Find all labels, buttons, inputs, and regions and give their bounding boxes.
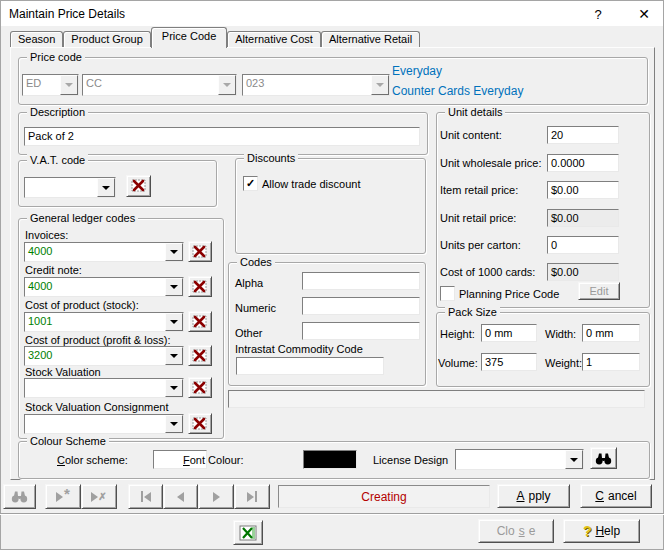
unit-content-label: Unit content:	[440, 129, 502, 141]
description-input[interactable]: Pack of 2	[24, 127, 420, 146]
intrastat-input[interactable]	[236, 357, 384, 375]
title-bar: Maintain Price Details ? ✕	[1, 1, 663, 26]
other-label: Other	[235, 327, 263, 339]
clear-invoices-button[interactable]	[188, 241, 212, 262]
discounts-group: Discounts	[235, 158, 426, 254]
edit-planning-button[interactable]: Edit	[578, 282, 620, 300]
weight-input[interactable]: 1	[582, 353, 640, 371]
help-button[interactable]: ? Help	[563, 519, 640, 543]
chevron-down-icon[interactable]	[165, 313, 183, 331]
invoices-value: 4000	[25, 243, 165, 261]
tab-price-code[interactable]: Price Code	[151, 27, 227, 48]
chevron-down-icon[interactable]	[165, 415, 183, 433]
export-excel-button[interactable]	[233, 520, 263, 545]
width-input[interactable]: 0 mm	[582, 324, 640, 342]
clear-stock-valuation-consignment-button[interactable]	[188, 413, 212, 434]
volume-input[interactable]: 375	[481, 353, 537, 371]
tab-alternative-retail[interactable]: Alternative Retail	[321, 31, 420, 47]
numeric-input[interactable]	[302, 297, 420, 315]
chevron-down-icon[interactable]	[165, 379, 183, 397]
clear-cost-stock-button[interactable]	[188, 311, 212, 332]
item-retail-price-input[interactable]: $0.00	[547, 181, 619, 199]
tab-alternative-cost[interactable]: Alternative Cost	[227, 31, 321, 47]
find-license-design-button[interactable]	[590, 447, 617, 469]
general-ledger-legend: General ledger codes	[27, 212, 138, 225]
window-help-button[interactable]: ?	[589, 5, 607, 23]
first-record-button[interactable]	[128, 484, 163, 509]
chevron-down-icon[interactable]	[165, 278, 183, 296]
chevron-down-icon[interactable]	[565, 450, 583, 469]
message-panel	[228, 390, 645, 408]
unit-wholesale-price-input[interactable]: 0.0000	[547, 154, 619, 172]
delete-record-icon: ✗	[91, 491, 106, 502]
planning-price-code-checkbox[interactable]	[440, 286, 455, 301]
volume-label: Volume:	[438, 357, 478, 369]
checkmark-icon: ✓	[246, 178, 255, 189]
price-code-legend: Price code	[27, 51, 85, 64]
unit-retail-price-label: Unit retail price:	[440, 212, 516, 224]
units-per-carton-input[interactable]: 0	[547, 236, 619, 254]
clear-cost-pl-button[interactable]	[188, 345, 212, 366]
insert-record-icon: *	[56, 492, 70, 502]
clear-icon	[131, 179, 147, 193]
stock-valuation-combo[interactable]	[24, 378, 184, 398]
width-label: Width:	[545, 328, 576, 340]
binoculars-icon	[595, 452, 612, 465]
excel-icon	[239, 525, 257, 541]
unit-details-legend: Unit details	[445, 106, 505, 119]
invoices-combo[interactable]: 4000	[24, 242, 184, 262]
price-code-segment3-combo: 023	[242, 74, 390, 96]
price-code-segment2-combo: CC	[82, 74, 237, 96]
cost-stock-label: Cost of product (stock):	[25, 299, 139, 311]
find-record-button[interactable]	[3, 484, 36, 509]
cost-pl-label: Cost of product (profit & loss):	[25, 334, 171, 346]
window-title: Maintain Price Details	[9, 7, 125, 21]
numeric-label: Numeric	[235, 302, 276, 314]
alpha-label: Alpha	[235, 277, 263, 289]
clear-icon	[192, 280, 208, 294]
previous-record-button[interactable]	[163, 484, 198, 509]
credit-note-combo[interactable]: 4000	[24, 277, 184, 297]
delete-record-button[interactable]: ✗	[81, 484, 117, 509]
last-record-button[interactable]	[234, 484, 270, 509]
previous-record-icon	[177, 492, 184, 502]
stock-valuation-label: Stock Valuation	[25, 366, 101, 378]
price-code-segment3-value: 023	[243, 75, 371, 95]
chevron-down-icon[interactable]	[97, 178, 115, 197]
window-close-button[interactable]: ✕	[635, 5, 653, 23]
apply-button[interactable]: Apply	[497, 484, 570, 508]
clear-stock-valuation-button[interactable]	[188, 377, 212, 398]
next-record-button[interactable]	[198, 484, 234, 509]
alpha-input[interactable]	[302, 272, 420, 290]
clear-icon	[192, 417, 208, 431]
discounts-legend: Discounts	[244, 152, 298, 165]
height-input[interactable]: 0 mm	[481, 324, 537, 342]
help-icon: ?	[583, 523, 592, 539]
chevron-down-icon[interactable]	[165, 243, 183, 261]
unit-content-input[interactable]: 20	[547, 126, 619, 144]
credit-note-label: Credit note:	[25, 264, 82, 276]
cancel-button[interactable]: Cancel	[580, 484, 652, 508]
other-input[interactable]	[302, 322, 420, 340]
cost-pl-combo[interactable]: 3200	[24, 346, 184, 366]
clear-credit-note-button[interactable]	[188, 276, 212, 297]
tab-product-group[interactable]: Product Group	[63, 31, 151, 47]
allow-trade-discount-checkbox[interactable]: ✓	[243, 176, 258, 191]
tab-season[interactable]: Season	[10, 31, 63, 47]
insert-record-button[interactable]: *	[45, 484, 81, 509]
price-code-segment1-combo: ED	[22, 74, 79, 96]
unit-wholesale-price-label: Unit wholesale price:	[440, 157, 542, 169]
clear-vat-button[interactable]	[126, 175, 151, 197]
close-button[interactable]: Close	[478, 519, 554, 543]
vat-code-combo[interactable]	[24, 177, 116, 198]
font-colour-swatch[interactable]	[303, 450, 357, 469]
cost-stock-combo[interactable]: 1001	[24, 312, 184, 332]
license-design-combo[interactable]	[455, 449, 584, 470]
chevron-down-icon[interactable]	[165, 347, 183, 365]
license-design-value	[456, 450, 565, 469]
vat-code-value	[25, 178, 97, 197]
clear-icon	[192, 349, 208, 363]
stock-valuation-consignment-combo[interactable]	[24, 414, 184, 434]
record-status-text: Creating	[361, 490, 406, 504]
next-record-icon	[213, 492, 220, 502]
